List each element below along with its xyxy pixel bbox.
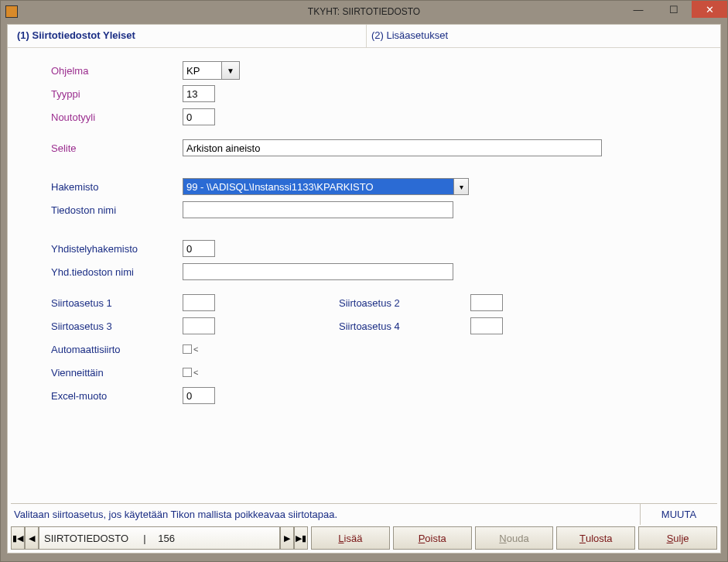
dropdown-icon: ▼ — [227, 67, 234, 75]
siirtoasetus4-field[interactable] — [470, 317, 503, 334]
record-name: SIIRTOTIEDOSTO — [44, 533, 128, 544]
minimize-button[interactable]: — — [620, 1, 656, 18]
label-tyyppi: Tyyppi — [51, 88, 183, 100]
label-yhdistelyhakemisto: Yhdistelyhakemisto — [51, 243, 183, 255]
vienneittain-checkbox[interactable] — [183, 368, 192, 377]
chevron-down-icon: ▾ — [460, 183, 463, 191]
selite-field[interactable] — [183, 139, 602, 156]
close-button[interactable]: ✕ — [692, 1, 727, 18]
nav-next-button[interactable]: ▶ — [280, 526, 294, 550]
lisaa-button[interactable]: Lisää — [311, 526, 390, 550]
label-siirtoasetus3: Siirtoasetus 3 — [51, 320, 183, 332]
siirtoasetus1-field[interactable] — [183, 294, 215, 311]
label-siirtoasetus4: Siirtoasetus 4 — [339, 320, 470, 332]
titlebar: TKYHT: SIIRTOTIEDOSTO — ☐ ✕ — [1, 1, 727, 22]
excel-muoto-field[interactable] — [183, 387, 215, 404]
nav-prev-button[interactable]: ◀ — [25, 526, 39, 550]
label-yhd-tiedoston-nimi: Yhd.tiedoston nimi — [51, 266, 183, 278]
record-display: SIIRTOTIEDOSTO | 156 — [39, 526, 280, 550]
siirtoasetus3-field[interactable] — [183, 317, 215, 334]
siirtoasetus2-field[interactable] — [470, 294, 503, 311]
label-noutotyyli: Noutotyyli — [51, 111, 183, 123]
client-area: (1) Siirtotiedostot Yleiset (2) Lisäaset… — [7, 24, 721, 553]
tyyppi-field[interactable] — [183, 85, 215, 102]
noutotyyli-field[interactable] — [183, 108, 215, 125]
sulje-button[interactable]: Sulje — [638, 526, 717, 550]
tab-lisaasetukset[interactable]: (2) Lisäasetukset — [367, 25, 720, 47]
tulosta-button[interactable]: Tulosta — [556, 526, 635, 550]
nav-last-button[interactable]: ▶▮ — [294, 526, 308, 550]
tiedoston-nimi-field[interactable] — [183, 201, 453, 218]
yhd-tiedoston-nimi-field[interactable] — [183, 263, 453, 280]
label-automaattisiirto: Automaattisiirto — [51, 344, 183, 355]
automaattisiirto-less-icon: < — [193, 344, 198, 354]
status-bar: Valitaan siirtoasetus, jos käytetään Tik… — [11, 503, 717, 525]
window-controls: — ☐ ✕ — [620, 1, 727, 18]
vienneittain-less-icon: < — [193, 368, 198, 377]
ohjelma-field[interactable] — [183, 61, 221, 80]
status-hint: Valitaan siirtoasetus, jos käytetään Tik… — [14, 509, 337, 520]
label-ohjelma: Ohjelma — [51, 65, 183, 77]
label-tiedoston-nimi: Tiedoston nimi — [51, 204, 183, 216]
tab-yleiset[interactable]: (1) Siirtotiedostot Yleiset — [12, 25, 367, 47]
nouda-button[interactable]: Nouda — [475, 526, 554, 550]
label-hakemisto: Hakemisto — [51, 181, 183, 193]
hakemisto-value[interactable]: 99 - \\ADISQL\Instanssi1133\KPARKISTO — [183, 178, 453, 195]
maximize-button[interactable]: ☐ — [656, 1, 692, 18]
hakemisto-dropdown-button[interactable]: ▾ — [453, 178, 469, 195]
hakemisto-combo[interactable]: 99 - \\ADISQL\Instanssi1133\KPARKISTO ▾ — [183, 178, 469, 195]
label-siirtoasetus1: Siirtoasetus 1 — [51, 297, 183, 309]
ohjelma-dropdown-button[interactable]: ▼ — [221, 61, 240, 80]
label-selite: Selite — [51, 142, 183, 154]
app-icon — [5, 5, 18, 18]
label-vienneittain: Vienneittäin — [51, 367, 183, 379]
label-excel-muoto: Excel-muoto — [51, 390, 183, 402]
yhdistelyhakemisto-field[interactable] — [183, 240, 215, 257]
window-title: TKYHT: SIIRTOTIEDOSTO — [1, 6, 727, 17]
nav-first-button[interactable]: ▮◀ — [11, 526, 25, 550]
tab-strip: (1) Siirtotiedostot Yleiset (2) Lisäaset… — [8, 25, 720, 48]
record-number: 156 — [158, 533, 175, 544]
automaattisiirto-checkbox[interactable] — [183, 344, 192, 354]
form-area: Ohjelma ▼ Tyyppi Noutotyyli Selite — [8, 48, 720, 499]
status-mode: MUUTA — [640, 504, 717, 525]
app-window: TKYHT: SIIRTOTIEDOSTO — ☐ ✕ (1) Siirtoti… — [0, 0, 728, 562]
poista-button[interactable]: Poista — [393, 526, 472, 550]
bottom-toolbar: ▮◀ ◀ SIIRTOTIEDOSTO | 156 ▶ ▶▮ Lisää Poi… — [11, 526, 717, 550]
record-sep: | — [143, 533, 145, 544]
label-siirtoasetus2: Siirtoasetus 2 — [339, 297, 470, 309]
